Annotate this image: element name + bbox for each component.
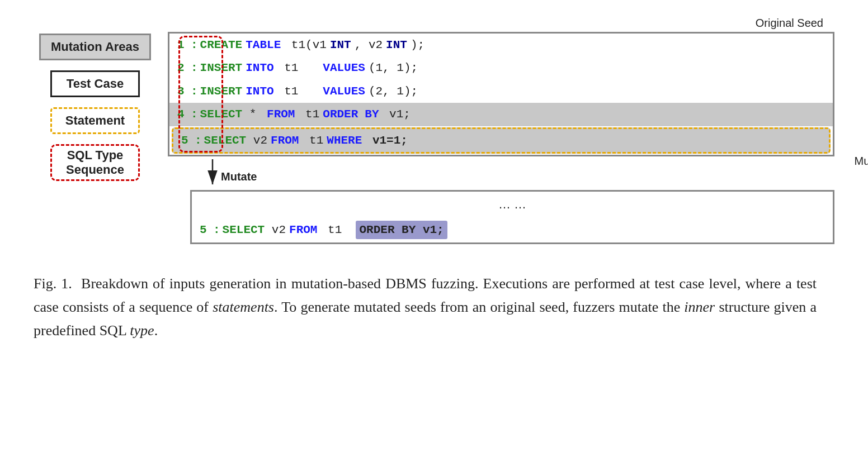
statement-box: Statement bbox=[50, 107, 140, 134]
original-seed-label: Original Seed bbox=[168, 17, 834, 30]
mutate-text-label: Mutate bbox=[221, 170, 257, 183]
diagram-wrapper: Mutation Areas Test Case Statement SQL T… bbox=[34, 17, 834, 244]
mutated-seed-wrapper: … … 5 : SELECT v2 FROM t1 ORDER BY v1; bbox=[190, 190, 834, 244]
main-container: Mutation Areas Test Case Statement SQL T… bbox=[0, 0, 868, 359]
code-line-4: 4 : SELECT * FROM t1 ORDER BY v1; bbox=[169, 103, 833, 126]
diagram-section: Mutation Areas Test Case Statement SQL T… bbox=[34, 17, 834, 244]
arrow-area: Mutate bbox=[201, 156, 834, 190]
legend-mutation-areas: Mutation Areas bbox=[34, 34, 157, 60]
test-case-box: Test Case bbox=[50, 70, 140, 97]
code-area: Original Seed 1 : CREATE TABLE bbox=[168, 17, 834, 244]
mutation-areas-box: Mutation Areas bbox=[39, 34, 151, 60]
sql-type-sequence-box: SQL Type Sequence bbox=[50, 144, 140, 181]
code-line-2: 2 : INSERT INTO t1 VALUES (1, 1); bbox=[169, 56, 833, 79]
code-line-5: 5 : SELECT v2 FROM t1 WHERE v1=1; bbox=[172, 127, 831, 154]
code-line-3: 3 : INSERT INTO t1 VALUES (2, 1); bbox=[169, 80, 833, 103]
code-line-1: 1 : CREATE TABLE t1(v1 INT , v2 INT ); bbox=[169, 34, 833, 56]
highlighted-mutation: ORDER BY v1; bbox=[356, 221, 447, 239]
mutated-seed-label: Mutated Seed bbox=[854, 155, 868, 168]
fig-label: Fig. 1. bbox=[34, 275, 72, 292]
original-seed-wrapper: 1 : CREATE TABLE t1(v1 INT , v2 INT ); bbox=[168, 32, 834, 156]
line-num-2: 2 bbox=[177, 60, 190, 76]
mutated-seed-box: … … 5 : SELECT v2 FROM t1 ORDER BY v1; bbox=[190, 190, 834, 244]
mutated-code-line-5: 5 : SELECT v2 FROM t1 ORDER BY v1; bbox=[192, 217, 833, 242]
line-num-5: 5 bbox=[181, 132, 194, 149]
caption-section: Fig. 1. Breakdown of inputs generation i… bbox=[34, 272, 817, 342]
line-num-4: 4 bbox=[177, 106, 190, 122]
ellipsis-line: … … bbox=[192, 192, 833, 217]
arrow-svg bbox=[201, 156, 313, 190]
line-num-3: 3 bbox=[177, 83, 190, 99]
mutated-line-num-5: 5 bbox=[200, 222, 212, 238]
legend: Mutation Areas Test Case Statement SQL T… bbox=[34, 17, 157, 181]
original-seed-box: 1 : CREATE TABLE t1(v1 INT , v2 INT ); bbox=[168, 32, 834, 156]
legend-test-case: Test Case bbox=[34, 70, 157, 97]
legend-sql-type-sequence: SQL Type Sequence bbox=[34, 144, 157, 181]
legend-statement: Statement bbox=[34, 107, 157, 134]
line-num-1: 1 bbox=[177, 37, 190, 53]
